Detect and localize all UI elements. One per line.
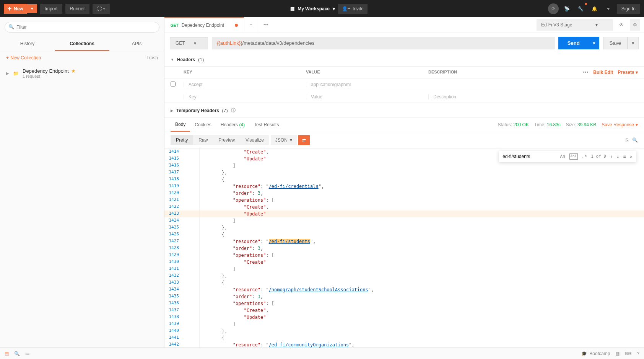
runner-button[interactable]: Runner: [65, 4, 89, 14]
regex-icon[interactable]: .*: [582, 153, 587, 160]
viewer-toolbar: Pretty Raw Preview Visualize JSON ▾ ⇄ ⎘ …: [164, 132, 644, 148]
presets-link[interactable]: Presets ▾: [618, 70, 638, 75]
method-select[interactable]: GET ▾: [170, 37, 208, 49]
search-count: 1 of 9: [591, 153, 606, 160]
chevron-down-icon: ▾: [290, 137, 292, 143]
info-icon[interactable]: ⓘ: [231, 107, 236, 114]
eye-icon[interactable]: 👁: [616, 19, 627, 31]
save-button[interactable]: Save: [603, 37, 628, 49]
tab-cookies[interactable]: Cookies: [190, 118, 216, 131]
search-prev-icon[interactable]: ↑: [610, 153, 613, 160]
caret-right-icon: ▶: [6, 71, 9, 75]
folder-icon: 📁: [13, 71, 19, 76]
whole-word-icon[interactable]: Abl: [569, 153, 578, 160]
wrap-lines-button[interactable]: ⇄: [298, 135, 310, 145]
sidebar: 🔍 History Collections APIs + New Collect…: [0, 17, 164, 348]
gear-icon[interactable]: ⚙: [630, 19, 640, 31]
new-dropdown[interactable]: ▼: [27, 4, 37, 13]
tab-apis[interactable]: APIs: [109, 37, 164, 51]
json-line: 1440 },: [164, 328, 644, 335]
sync-icon[interactable]: ⟳: [548, 3, 559, 14]
json-line: 1433 {: [164, 279, 644, 286]
sidebar-toggle-icon[interactable]: ▤: [5, 351, 9, 356]
find-icon[interactable]: 🔍: [14, 351, 20, 356]
sidebar-tabs: History Collections APIs: [0, 37, 164, 51]
json-viewer[interactable]: Aa Abl .* 1 of 9 ↑ ↓ ≡ ✕ 1414 "Create",1…: [164, 148, 644, 348]
json-line: 1419 "resource": "/ed-fi/credentials",: [164, 183, 644, 190]
header-row-empty[interactable]: Key Value Description: [164, 91, 644, 103]
help-icon[interactable]: ?: [637, 351, 639, 356]
view-pretty[interactable]: Pretty: [171, 135, 193, 145]
format-select[interactable]: JSON ▾: [271, 135, 297, 145]
heart-icon[interactable]: ♥: [603, 3, 614, 14]
filter-input[interactable]: [5, 22, 159, 33]
star-icon[interactable]: ★: [71, 68, 76, 74]
plus-icon: +: [6, 55, 9, 60]
search-input[interactable]: [503, 154, 556, 159]
headers-section-toggle[interactable]: ▼ Headers (1): [164, 53, 644, 66]
hat-icon: 🎓: [581, 351, 587, 356]
request-tab[interactable]: GET Depedency Endpoint: [164, 17, 244, 33]
satellite-icon[interactable]: 📡: [562, 3, 572, 14]
url-row: GET ▾ {{authLink}}/metadata/data/v3/depe…: [164, 33, 644, 53]
tab-more-button[interactable]: •••: [258, 18, 274, 31]
request-tabs: GET Depedency Endpoint + ••• Ed-Fi V3 St…: [164, 17, 644, 33]
temp-headers-toggle[interactable]: ▶ Temporary Headers (7) ⓘ: [164, 103, 644, 117]
json-line: 1429 "operations": [: [164, 252, 644, 259]
url-input[interactable]: {{authLink}}/metadata/data/v3/dependenci…: [212, 37, 555, 49]
send-button[interactable]: Send: [558, 37, 589, 49]
chevron-down-icon: ▾: [595, 22, 598, 28]
content: GET Depedency Endpoint + ••• Ed-Fi V3 St…: [164, 17, 644, 348]
header-col-key: KEY: [184, 70, 306, 75]
tab-history[interactable]: History: [0, 37, 55, 51]
new-button[interactable]: ✚ New: [4, 4, 27, 14]
header-col-value: VALUE: [306, 70, 428, 75]
keyboard-icon[interactable]: ⌨: [625, 351, 631, 356]
tab-test-results[interactable]: Test Results: [249, 118, 283, 131]
bell-icon[interactable]: 🔔: [589, 3, 600, 14]
tab-body[interactable]: Body: [171, 118, 190, 132]
headers-table: KEY VALUE DESCRIPTION ••• Bulk Edit Pres…: [164, 66, 644, 103]
json-line: 1425 },: [164, 224, 644, 231]
tab-collections[interactable]: Collections: [55, 37, 109, 51]
save-dropdown[interactable]: ▾: [628, 37, 639, 49]
headers-more-icon[interactable]: •••: [583, 70, 589, 75]
collection-item[interactable]: ▶ 📁 Depedency Endpoint ★ 1 request: [0, 64, 164, 82]
capture-button[interactable]: ⛶ ▾: [93, 4, 110, 14]
response-size: 39.94 KB: [577, 122, 596, 127]
panes-icon[interactable]: ▦: [615, 351, 620, 356]
match-case-icon[interactable]: Aa: [560, 153, 565, 160]
header-row[interactable]: Accept application/graphml: [164, 78, 644, 91]
environment-select[interactable]: Ed-Fi V3 Stage ▾: [537, 19, 613, 31]
search-close-icon[interactable]: ✕: [630, 153, 633, 160]
copy-icon[interactable]: ⎘: [626, 137, 628, 143]
json-line: 1435 "order": 3,: [164, 293, 644, 300]
json-line: 1438 "Update": [164, 314, 644, 321]
json-line: 1442 "resource": "/ed-fi/communityOrgani…: [164, 341, 644, 348]
search-icon[interactable]: 🔍: [632, 137, 638, 143]
json-line: 1416 ]: [164, 162, 644, 169]
bootcamp-button[interactable]: 🎓 Bootcamp: [581, 351, 610, 356]
send-dropdown[interactable]: ▾: [589, 37, 599, 49]
bulk-edit-link[interactable]: Bulk Edit: [593, 70, 613, 75]
console-icon[interactable]: ▭: [25, 351, 29, 356]
response-status: 200 OK: [513, 122, 529, 127]
invite-button[interactable]: 👤+ Invite: [338, 4, 368, 14]
search-filter-icon[interactable]: ≡: [623, 153, 626, 160]
wrench-icon[interactable]: 🔧: [576, 3, 586, 14]
search-next-icon[interactable]: ↓: [616, 153, 619, 160]
import-button[interactable]: Import: [40, 4, 62, 14]
save-response-button[interactable]: Save Response ▾: [602, 122, 638, 127]
workspace-selector[interactable]: ▦ My Workspace ▾: [290, 6, 335, 11]
header-checkbox[interactable]: [171, 82, 176, 86]
view-visualize[interactable]: Visualize: [240, 135, 269, 145]
new-collection-button[interactable]: + New Collection: [6, 55, 41, 60]
json-line: 1424 ]: [164, 217, 644, 224]
view-preview[interactable]: Preview: [213, 135, 240, 145]
signin-button[interactable]: Sign In: [617, 4, 640, 14]
tab-headers[interactable]: Headers (4): [216, 118, 249, 131]
view-raw[interactable]: Raw: [193, 135, 213, 145]
header-col-desc: DESCRIPTION: [428, 70, 583, 75]
add-tab-button[interactable]: +: [244, 18, 258, 31]
trash-link[interactable]: Trash: [146, 55, 158, 60]
